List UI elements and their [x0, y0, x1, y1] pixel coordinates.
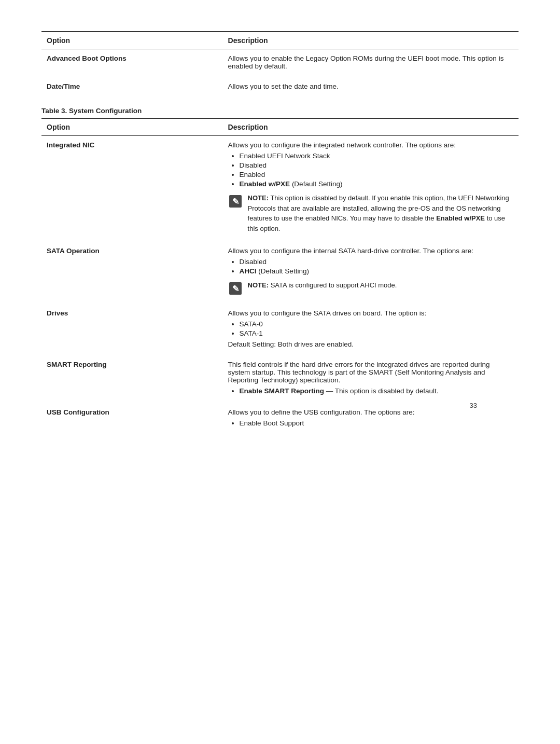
option-description: Allows you to enable the Legacy Option R…: [223, 49, 519, 78]
option-description: Allows you to configure the integrated n…: [223, 136, 519, 242]
top-table-option-header: Option: [41, 32, 223, 49]
list-item: Disabled: [240, 258, 513, 266]
list-item: Enabled: [240, 171, 513, 178]
list-item: Enable Boot Support: [240, 419, 513, 427]
option-description: This field controls if the hard drive er…: [223, 355, 519, 403]
option-label: Drives: [41, 304, 223, 355]
sys-table-description-header: Description: [223, 118, 519, 136]
table-row: SMART Reporting This field controls if t…: [41, 355, 519, 403]
note-box: ✎ NOTE: SATA is configured to support AH…: [228, 280, 513, 296]
note-box: ✎ NOTE: This option is disabled by defau…: [228, 193, 513, 233]
bullet-list: Disabled AHCI (Default Setting): [240, 258, 513, 275]
table-row: USB Configuration Allows you to define t…: [41, 403, 519, 435]
list-item: AHCI (Default Setting): [240, 267, 513, 275]
page-number: 33: [470, 402, 477, 409]
option-label: Date/Time: [41, 77, 223, 98]
note-icon: ✎: [228, 194, 243, 209]
option-description: Allows you to set the date and time.: [223, 77, 519, 98]
option-description: Allows you to configure the internal SAT…: [223, 242, 519, 304]
bullet-list: SATA-0 SATA-1: [240, 320, 513, 337]
top-options-table: Option Description Advanced Boot Options…: [41, 31, 519, 98]
list-item: Enabled UEFI Network Stack: [240, 152, 513, 160]
option-label: Integrated NIC: [41, 136, 223, 242]
top-table-description-header: Description: [223, 32, 519, 49]
list-item: Disabled: [240, 161, 513, 169]
table-row: Advanced Boot Options Allows you to enab…: [41, 49, 519, 78]
list-item: SATA-0: [240, 320, 513, 328]
note-icon: ✎: [228, 281, 243, 296]
option-description: Allows you to configure the SATA drives …: [223, 304, 519, 355]
list-item: Enabled w/PXE (Default Setting): [240, 180, 513, 188]
system-config-table: Option Description Integrated NIC Allows…: [41, 118, 519, 435]
table-row: Drives Allows you to configure the SATA …: [41, 304, 519, 355]
note-text: NOTE: SATA is configured to support AHCI…: [248, 280, 397, 291]
note-text: NOTE: This option is disabled by default…: [248, 193, 513, 233]
svg-text:✎: ✎: [232, 284, 239, 293]
table3-title: Table 3. System Configuration: [41, 107, 519, 115]
bullet-list: Enable SMART Reporting — This option is …: [240, 387, 513, 395]
bullet-list: Enable Boot Support: [240, 419, 513, 427]
option-label: SMART Reporting: [41, 355, 223, 403]
svg-text:✎: ✎: [232, 197, 239, 206]
bullet-list: Enabled UEFI Network Stack Disabled Enab…: [240, 152, 513, 188]
table-row: SATA Operation Allows you to configure t…: [41, 242, 519, 304]
sys-table-option-header: Option: [41, 118, 223, 136]
option-label: USB Configuration: [41, 403, 223, 435]
table-row: Date/Time Allows you to set the date and…: [41, 77, 519, 98]
list-item: SATA-1: [240, 329, 513, 337]
option-label: SATA Operation: [41, 242, 223, 304]
option-label: Advanced Boot Options: [41, 49, 223, 78]
list-item: Enable SMART Reporting — This option is …: [240, 387, 513, 395]
table-row: Integrated NIC Allows you to configure t…: [41, 136, 519, 242]
